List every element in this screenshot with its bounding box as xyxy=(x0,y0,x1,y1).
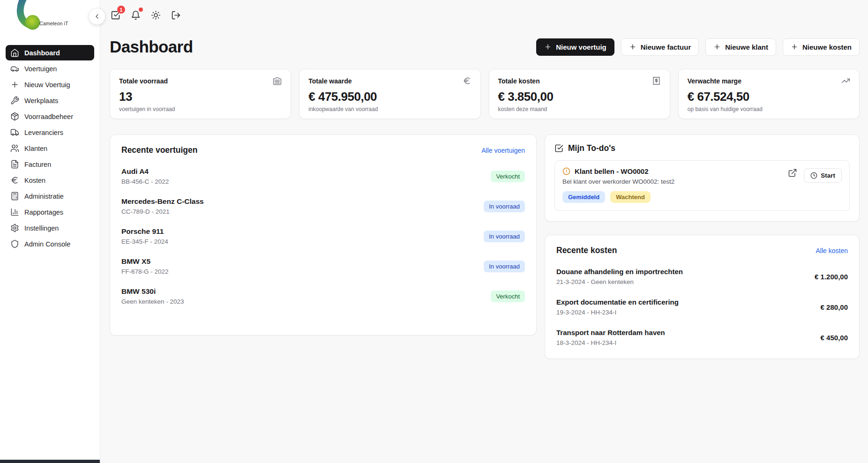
brand-logo-area: Cameleon iT xyxy=(0,0,100,38)
todos-title: Mijn To-do's xyxy=(568,143,615,153)
all-costs-link[interactable]: Alle kosten xyxy=(816,247,848,254)
cost-date-plate: 18-3-2024 - HH-234-I xyxy=(556,339,665,346)
sidebar-item-label: Instellingen xyxy=(24,224,59,232)
status-badge: Verkocht xyxy=(491,291,525,302)
vehicle-plate-year: BB-456-C - 2022 xyxy=(121,178,169,185)
stat-subtitle: op basis van huidige voorraad xyxy=(688,106,850,112)
todo-badge: Gemiddeld xyxy=(562,191,605,203)
sidebar-item-rapportages[interactable]: Rapportages xyxy=(6,204,94,220)
receipt-icon xyxy=(652,76,661,85)
start-button-label: Start xyxy=(821,172,835,179)
sidebar-item-instellingen[interactable]: Instellingen xyxy=(6,220,94,236)
action-button-nieuwe-kosten[interactable]: Nieuwe kosten xyxy=(783,38,860,56)
stat-value: € 475.950,00 xyxy=(308,90,471,104)
cost-date-plate: 19-3-2024 - HH-234-I xyxy=(556,309,679,316)
stat-card-totale-waarde: Totale waarde € 475.950,00 inkoopwaarde … xyxy=(299,69,480,119)
sidebar-collapse-button[interactable] xyxy=(89,8,105,25)
home-icon xyxy=(10,48,19,57)
sidebar-item-klanten[interactable]: Klanten xyxy=(6,141,94,156)
status-badge: Verkocht xyxy=(491,171,525,182)
bell-icon xyxy=(131,10,141,20)
start-todo-button[interactable]: Start xyxy=(804,168,842,183)
sidebar-item-administratie[interactable]: Administratie xyxy=(6,188,94,204)
sun-icon xyxy=(151,10,161,20)
action-button-nieuwe-factuur[interactable]: Nieuwe factuur xyxy=(621,38,699,56)
theme-toggle-button[interactable] xyxy=(150,9,161,21)
open-todo-button[interactable] xyxy=(788,168,797,178)
vehicle-row: Audi A4 BB-456-C - 2022 Verkocht xyxy=(121,167,525,185)
sidebar-item-label: Voorraadbeheer xyxy=(24,113,73,120)
warehouse-icon xyxy=(273,76,282,85)
vehicle-row: BMW X5 FF-678-G - 2022 In voorraad xyxy=(121,257,525,275)
sidebar-item-label: Administratie xyxy=(24,193,64,200)
stat-label: Verwachte marge xyxy=(688,77,741,85)
cost-row: Export documentatie en certificering 19-… xyxy=(556,298,848,316)
stat-value: € 67.524,50 xyxy=(688,90,850,104)
action-button-nieuw-voertuig[interactable]: Nieuw voertuig xyxy=(536,38,614,56)
header-actions: Nieuw voertuig Nieuwe factuur Nieuwe kla… xyxy=(536,38,860,56)
external-link-icon xyxy=(788,168,797,178)
calculator-icon xyxy=(10,192,19,201)
vehicle-row: Porsche 911 EE-345-F - 2024 In voorraad xyxy=(121,227,525,245)
sidebar: Cameleon iT Dashboard Voertuigen Nieuw V… xyxy=(0,0,100,463)
sidebar-item-werkplaats[interactable]: Werkplaats xyxy=(6,93,94,108)
stat-card-verwachte-marge: Verwachte marge € 67.524,50 op basis van… xyxy=(678,69,860,119)
todo-title: Klant bellen - WO0002 xyxy=(575,167,649,175)
topbar: 1 xyxy=(110,9,181,21)
bar-chart-icon xyxy=(10,208,19,217)
todo-badges: Gemiddeld Wachtend xyxy=(562,191,788,203)
shield-icon xyxy=(10,239,19,248)
sidebar-bottom-bar xyxy=(0,460,100,463)
sidebar-item-admin-console[interactable]: Admin Console xyxy=(6,236,94,252)
sidebar-item-voorraadbeheer[interactable]: Voorraadbeheer xyxy=(6,109,94,124)
sidebar-item-facturen[interactable]: Facturen xyxy=(6,157,94,172)
sidebar-item-label: Kosten xyxy=(24,177,45,184)
notifications-button[interactable] xyxy=(130,9,141,21)
euro-icon xyxy=(463,76,471,85)
stat-subtitle: inkoopwaarde van voorraad xyxy=(308,106,471,112)
log-out-icon xyxy=(171,10,181,20)
sidebar-item-label: Rapportages xyxy=(24,209,63,216)
action-button-label: Nieuwe klant xyxy=(725,43,768,51)
vehicle-plate-year: CC-789-D - 2021 xyxy=(121,208,204,215)
vehicle-row: BMW 530i Geen kenteken - 2023 Verkocht xyxy=(121,287,525,305)
vehicle-row: Mercedes-Benz C-Class CC-789-D - 2021 In… xyxy=(121,197,525,215)
sidebar-item-dashboard[interactable]: Dashboard xyxy=(6,45,94,60)
clock-icon xyxy=(810,172,817,179)
stats-row: Totale voorraad 13 voertuigen in voorraa… xyxy=(110,69,860,119)
sidebar-item-leveranciers[interactable]: Leveranciers xyxy=(6,125,94,140)
cost-row: Douane afhandeling en importrechten 21-3… xyxy=(556,268,848,285)
euro-icon xyxy=(10,176,19,185)
action-button-label: Nieuwe factuur xyxy=(641,43,691,51)
todo-item: Klant bellen - WO0002 Bel klant over wer… xyxy=(554,160,850,211)
tasks-button[interactable]: 1 xyxy=(110,9,121,21)
package-icon xyxy=(10,112,19,121)
vehicle-name: Mercedes-Benz C-Class xyxy=(121,197,204,206)
sidebar-item-nieuw-voertuig[interactable]: Nieuw Voertuig xyxy=(6,77,94,92)
status-badge: In voorraad xyxy=(484,201,525,212)
plus-icon xyxy=(544,43,552,51)
action-button-nieuwe-klant[interactable]: Nieuwe klant xyxy=(705,38,776,56)
truck-icon xyxy=(10,128,19,137)
vehicle-name: Porsche 911 xyxy=(121,227,168,236)
action-button-label: Nieuwe kosten xyxy=(802,43,852,51)
cost-amount: € 1.200,00 xyxy=(815,273,848,281)
task-count-badge: 1 xyxy=(117,6,125,14)
dashboard-body: Recente voertuigen Alle voertuigen Audi … xyxy=(110,134,860,359)
sidebar-item-kosten[interactable]: Kosten xyxy=(6,172,94,188)
status-badge: In voorraad xyxy=(484,231,525,242)
cost-name: Export documentatie en certificering xyxy=(556,298,679,306)
plus-icon xyxy=(713,43,721,51)
vehicle-plate-year: FF-678-G - 2022 xyxy=(121,268,169,275)
cost-row: Transport naar Rotterdam haven 18-3-2024… xyxy=(556,329,848,346)
stat-value: € 3.850,00 xyxy=(498,90,661,104)
vehicle-plate-year: EE-345-F - 2024 xyxy=(121,238,168,245)
all-vehicles-link[interactable]: Alle voertuigen xyxy=(481,147,525,154)
cost-name: Transport naar Rotterdam haven xyxy=(556,329,665,336)
page-header: Dashboard Nieuw voertuig Nieuwe factuur … xyxy=(110,37,860,56)
sidebar-item-voertuigen[interactable]: Voertuigen xyxy=(6,61,94,76)
logout-button[interactable] xyxy=(170,9,181,21)
sidebar-item-label: Klanten xyxy=(24,145,47,152)
cost-name: Douane afhandeling en importrechten xyxy=(556,268,683,276)
recent-costs-card: Recente kosten Alle kosten Douane afhand… xyxy=(545,235,860,359)
